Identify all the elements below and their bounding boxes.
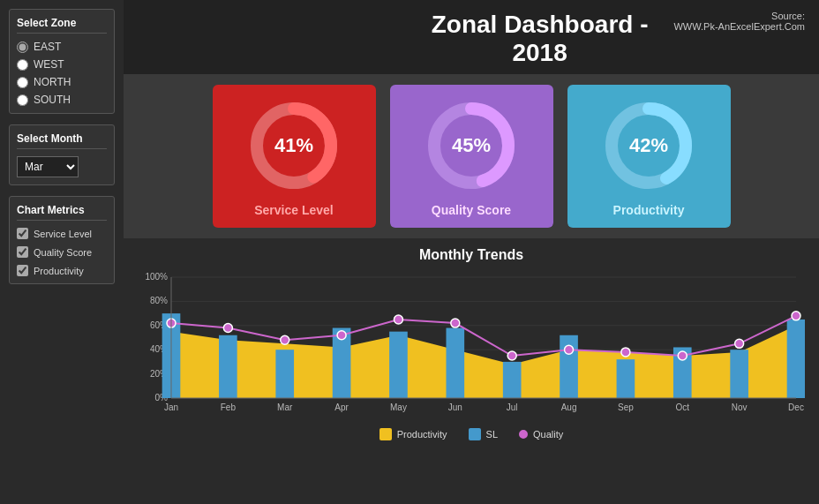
legend-dot-Quality [519, 430, 528, 439]
chart-wrapper [138, 268, 805, 423]
zone-radio-group: EASTWESTNORTHSOUTH [17, 41, 107, 106]
metric-checkbox-item-productivity[interactable]: Productivity [17, 265, 107, 276]
zone-radio-item-south[interactable]: SOUTH [17, 94, 107, 106]
header-title: Zonal Dashboard - 2018 [406, 11, 674, 67]
kpi-label: Service Level [254, 203, 334, 217]
kpi-card-servicelevel: 41%Service Level [213, 85, 376, 228]
donut-container: 42% [600, 97, 697, 194]
zone-radio-item-north[interactable]: NORTH [17, 76, 107, 88]
legend-label-Quality: Quality [533, 429, 563, 440]
kpi-label: Quality Score [432, 203, 511, 217]
legend-item-quality: Quality [519, 428, 563, 440]
legend-item-productivity: Productivity [379, 428, 447, 440]
metric-checkbox-item-qualityscore[interactable]: Quality Score [17, 246, 107, 258]
zone-section: Select Zone EASTWESTNORTHSOUTH [9, 9, 115, 114]
month-section: Select Month JanFebMarAprMayJunJulAugSep… [9, 124, 115, 185]
donut-center-text: 42% [629, 134, 668, 157]
month-select-wrapper: JanFebMarAprMayJunJulAugSepOctNovDec [17, 156, 107, 177]
zone-label-west: WEST [34, 58, 64, 71]
kpi-area: 41%Service Level 45%Quality Score 42%Pro… [124, 74, 819, 238]
kpi-label: Productivity [613, 203, 685, 217]
trend-chart [138, 268, 805, 423]
chart-legend: ProductivitySLQuality [138, 428, 805, 440]
header-source: Source: WWW.Pk-AnExcelExpert.Com [673, 11, 805, 32]
chart-title: Monthly Trends [138, 247, 805, 263]
metric-checkbox-item-servicelevel[interactable]: Service Level [17, 228, 107, 239]
metrics-section: Chart Metrics Service LevelQuality Score… [9, 196, 115, 284]
zone-radio-item-west[interactable]: WEST [17, 58, 107, 71]
zone-label-east: EAST [34, 41, 61, 53]
chart-area: Monthly Trends ProductivitySLQuality [124, 238, 819, 504]
donut-center-text: 41% [274, 134, 313, 157]
legend-label-Productivity: Productivity [397, 429, 447, 440]
legend-item-sl: SL [469, 428, 498, 440]
zone-section-title: Select Zone [17, 17, 107, 34]
metrics-section-title: Chart Metrics [17, 204, 107, 221]
donut-center-text: 45% [452, 134, 491, 157]
kpi-card-productivity: 42%Productivity [567, 85, 731, 228]
header: Zonal Dashboard - 2018 Source: WWW.Pk-An… [124, 0, 819, 74]
metric-label: Quality Score [34, 247, 92, 258]
month-select[interactable]: JanFebMarAprMayJunJulAugSepOctNovDec [17, 156, 79, 177]
metrics-checkbox-group: Service LevelQuality ScoreProductivity [17, 228, 107, 276]
main-content: Zonal Dashboard - 2018 Source: WWW.Pk-An… [124, 0, 819, 504]
month-section-title: Select Month [17, 132, 107, 149]
legend-dot-SL [469, 428, 481, 440]
metric-label: Service Level [34, 229, 92, 239]
main-container: Select Zone EASTWESTNORTHSOUTH Select Mo… [0, 0, 819, 504]
metric-label: Productivity [34, 266, 84, 276]
zone-label-north: NORTH [34, 76, 71, 88]
kpi-card-qualityscore: 45%Quality Score [390, 85, 553, 228]
legend-label-SL: SL [486, 429, 498, 440]
donut-container: 41% [245, 97, 342, 194]
zone-label-south: SOUTH [34, 94, 71, 106]
zone-radio-item-east[interactable]: EAST [17, 41, 107, 53]
sidebar: Select Zone EASTWESTNORTHSOUTH Select Mo… [0, 0, 124, 504]
donut-container: 45% [423, 97, 520, 194]
legend-dot-Productivity [379, 428, 392, 440]
